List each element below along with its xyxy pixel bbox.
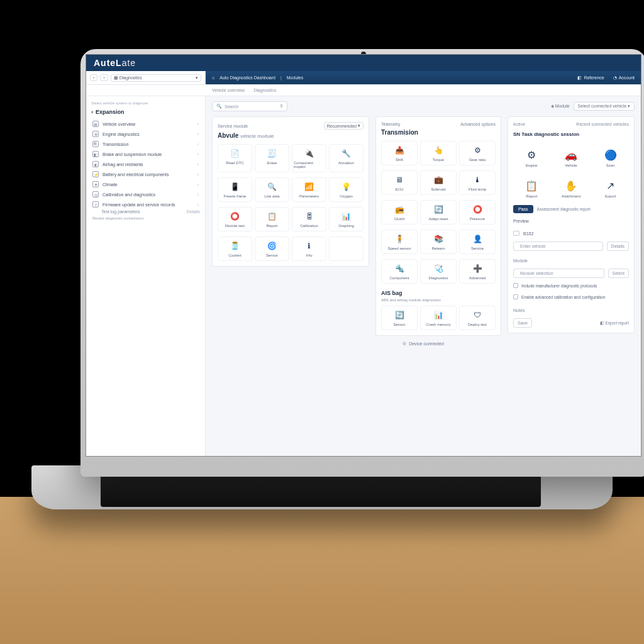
crash-memory-icon: 📊: [433, 309, 444, 321]
feature-tile[interactable]: 🔍Live data: [255, 177, 289, 202]
sidebar-item[interactable]: ▤Vehicle overview›: [91, 119, 200, 129]
sidebar-item[interactable]: ⇪Firmware update and service records›: [91, 199, 200, 209]
feature-tile[interactable]: ➕Advanced: [459, 259, 496, 284]
panel-caption: Telemetry: [381, 122, 400, 126]
feature-tile[interactable]: 📋Report: [513, 175, 550, 201]
module-icon: ⇪: [92, 201, 99, 208]
export-icon: ↗: [604, 179, 618, 192]
feature-tile[interactable]: 🛡Deploy test: [459, 306, 496, 330]
breadcrumb[interactable]: Auto Diagnostics Dashboard: [219, 75, 275, 80]
sidebar-item[interactable]: ◧Brake and suspension module›: [91, 149, 200, 159]
feature-tile[interactable]: ⭕Pressure: [459, 200, 496, 225]
module-select-input[interactable]: Module selection: [513, 269, 604, 278]
brand-bar: AuteLate: [86, 55, 641, 71]
report-icon: 📋: [267, 211, 278, 222]
feature-tile[interactable]: 📻Clutch: [381, 200, 418, 225]
feature-tile[interactable]: ✋Attachment: [553, 175, 590, 201]
feature-tile[interactable]: 📊Crash memory: [420, 306, 457, 330]
feature-tile[interactable]: ⭕Module test: [218, 207, 252, 231]
option-checkbox[interactable]: Include manufacturer diagnostic protocol…: [513, 283, 629, 288]
module-dropdown[interactable]: ▦ Diagnostics ▾: [111, 74, 201, 82]
module-panel: Service module Recommended ▾ Abvule vehi…: [212, 116, 369, 267]
feature-tile[interactable]: 🌡Fluid temp: [459, 170, 496, 195]
nav-fwd-button[interactable]: ›: [100, 74, 108, 81]
engine-icon: ⚙: [525, 148, 538, 162]
recommended-dropdown[interactable]: Recommended ▾: [324, 122, 364, 130]
nav-back-button[interactable]: ‹: [90, 74, 97, 81]
feature-tile[interactable]: 💡Oxygen: [329, 177, 364, 202]
sub-nav: Vehicle overview Diagnostics: [86, 85, 641, 96]
feature-tile[interactable]: 🔄Adapt reset: [420, 200, 457, 225]
subnav-item[interactable]: Diagnostics: [253, 88, 276, 92]
sidebar-subitem[interactable]: Test log parametersDetails: [91, 209, 200, 214]
panel-title: Transmision: [381, 129, 496, 136]
feature-tile[interactable]: 🚗Vehicle: [553, 145, 590, 170]
feature-tile[interactable]: 💼Solenoid: [420, 170, 457, 195]
feature-tile[interactable]: 🔄Sensor: [381, 306, 418, 330]
read-dtc-icon: 📄: [230, 148, 241, 159]
session-panel: Active Recent connected vehicles SN Task…: [508, 116, 635, 333]
option-checkbox[interactable]: Enable advanced calibration and configur…: [513, 294, 629, 299]
feature-tile[interactable]: 🔩Component: [381, 259, 418, 284]
breadcrumb[interactable]: Modules: [287, 75, 303, 80]
sidebar-item[interactable]: ⚡Battery and electrical components›: [91, 169, 200, 179]
pass-button[interactable]: Pass: [513, 205, 533, 213]
feature-tile[interactable]: 🩺Diagnostics: [420, 259, 457, 284]
erase-icon: 🧾: [267, 148, 278, 159]
feature-tile[interactable]: ℹInfo: [292, 236, 326, 261]
feature-tile[interactable]: 🎛Calibration: [292, 207, 326, 231]
chevron-right-icon: ›: [197, 192, 199, 197]
feature-tile[interactable]: 🌀Sensor: [255, 236, 289, 261]
select-button[interactable]: Select: [608, 269, 629, 278]
sidebar-item[interactable]: ◎Calibration and diagnostics›: [91, 189, 200, 199]
subnav-item[interactable]: Vehicle overview: [212, 88, 245, 92]
save-button[interactable]: Save: [513, 318, 532, 328]
feature-tile[interactable]: 🧾Erase: [255, 144, 289, 172]
feature-tile[interactable]: 📋Report: [255, 207, 289, 231]
graphing-icon: 📊: [341, 211, 352, 222]
module-icon: ◧: [92, 151, 99, 157]
sidebar-item[interactable]: ❄Climate›: [91, 179, 200, 189]
feature-tile[interactable]: 👤Service: [459, 230, 496, 254]
feature-tile[interactable]: 🔌Component inspect: [292, 144, 326, 172]
sidebar-item[interactable]: ◐Airbag and restraints›: [91, 159, 200, 169]
sidebar-hint: Select vehicle system to diagnose: [91, 101, 200, 105]
chevron-right-icon: ›: [197, 182, 199, 187]
sidebar-section-header[interactable]: › Expansion: [91, 109, 200, 115]
feature-tile[interactable]: ⚙Gear ratio: [459, 141, 496, 165]
chevron-right-icon: ›: [197, 152, 199, 157]
panel-caption: Advanced options: [460, 122, 496, 126]
feature-tile[interactable]: [329, 236, 364, 261]
topnav-reference-link[interactable]: ◧Reference: [577, 75, 604, 80]
feature-tile[interactable]: ⚙Engine: [513, 145, 550, 170]
module-icon: ⚙: [92, 131, 99, 137]
vehicle-select-dropdown[interactable]: Select connected vehicle ▾: [574, 102, 635, 111]
feature-tile[interactable]: 📄Read DTC: [218, 144, 252, 172]
feature-tile[interactable]: 🔵Scan: [592, 145, 629, 170]
export-link[interactable]: ◧ Export report: [600, 321, 629, 326]
feature-tile[interactable]: 📚Relearn: [420, 230, 457, 254]
feature-tile[interactable]: 👆Torque: [420, 141, 457, 165]
feature-tile[interactable]: 📱Freeze frame: [218, 177, 252, 202]
gear-ratio-icon: ⚙: [472, 145, 483, 156]
torque-icon: 👆: [433, 145, 444, 156]
search-input[interactable]: 🔍 Search ⚲: [212, 101, 287, 111]
feature-tile[interactable]: 🫙Coolant: [218, 236, 252, 261]
feature-tile[interactable]: ↗Export: [592, 175, 629, 201]
topnav-account-link[interactable]: ◔Account: [613, 75, 635, 80]
feature-tile[interactable]: 📊Graphing: [329, 207, 364, 231]
grid-icon: ▦: [114, 75, 118, 80]
feature-tile[interactable]: 🧍Speed sensor: [381, 230, 418, 254]
component-icon: 🔩: [394, 263, 405, 274]
sidebar-item[interactable]: ⚙Engine diagnostics›: [91, 129, 200, 139]
feature-tile[interactable]: 📥Shift: [381, 141, 418, 165]
pressure-icon: ⭕: [472, 204, 483, 215]
sidebar-item[interactable]: ⛓Transmission›: [91, 139, 200, 149]
vehicle-input[interactable]: Enter vehicle: [513, 242, 603, 251]
feature-tile[interactable]: 🔧Actuation: [329, 144, 364, 172]
details-button[interactable]: Details: [607, 242, 629, 251]
feature-tile[interactable]: 📶Parameters: [292, 177, 326, 202]
live-data-icon: 🔍: [267, 181, 278, 192]
feature-tile[interactable]: 🖥ECU: [381, 170, 418, 195]
chevron-right-icon: ›: [197, 172, 199, 177]
